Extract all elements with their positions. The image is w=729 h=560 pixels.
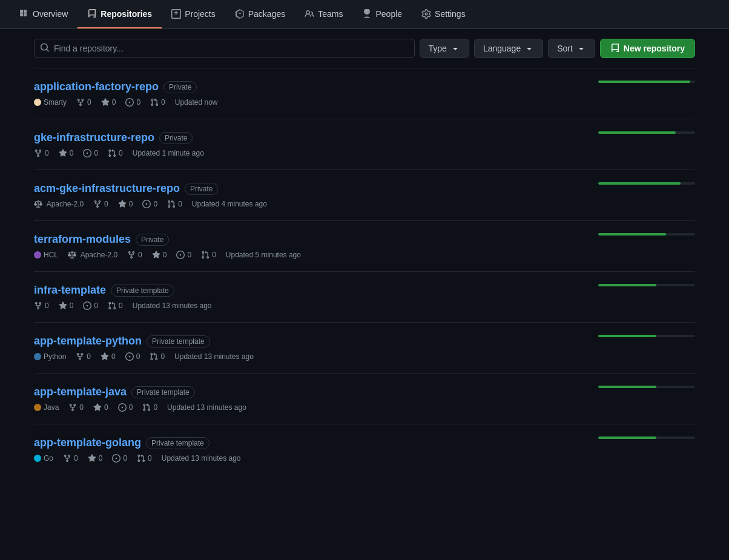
repo-name[interactable]: terraform-modules bbox=[34, 233, 131, 246]
repo-stars: 0 bbox=[118, 200, 133, 208]
repo-stars: 0 bbox=[88, 454, 103, 463]
activity-fill bbox=[598, 131, 676, 134]
repo-left: gke-infrastructure-repoPrivate0000Update… bbox=[34, 131, 584, 157]
repo-forks: 0 bbox=[76, 98, 91, 107]
repo-updated: Updated now bbox=[175, 98, 218, 107]
repo-name[interactable]: gke-infrastructure-repo bbox=[34, 131, 154, 144]
repo-prs: 0 bbox=[150, 98, 165, 107]
repo-right bbox=[584, 335, 695, 337]
repo-language: HCL bbox=[34, 251, 58, 259]
repo-name[interactable]: infra-template bbox=[34, 284, 106, 297]
repo-language: Go bbox=[34, 454, 53, 463]
activity-bar bbox=[598, 182, 695, 185]
repo-language: Smarty bbox=[34, 98, 67, 107]
repo-name[interactable]: acm-gke-infrastructure-repo bbox=[34, 182, 180, 195]
repo-issues: 0 bbox=[176, 251, 191, 259]
repo-issues: 0 bbox=[142, 200, 157, 208]
repo-language: Python bbox=[34, 352, 66, 361]
repo-license: Apache-2.0 bbox=[34, 200, 84, 208]
language-dot bbox=[34, 353, 41, 360]
activity-fill bbox=[598, 182, 681, 185]
repo-forks: 0 bbox=[34, 301, 49, 310]
search-input[interactable] bbox=[34, 39, 415, 58]
repo-left: acm-gke-infrastructure-repoPrivate Apach… bbox=[34, 182, 584, 208]
repo-badge: Private template bbox=[131, 386, 195, 398]
repo-name[interactable]: app-template-golang bbox=[34, 436, 141, 449]
repo-prs: 0 bbox=[108, 149, 123, 157]
repo-prs: 0 bbox=[137, 454, 152, 463]
repo-issues: 0 bbox=[125, 98, 140, 107]
repo-name[interactable]: app-template-java bbox=[34, 386, 127, 398]
activity-fill bbox=[598, 335, 656, 337]
repo-issues: 0 bbox=[112, 454, 127, 463]
nav-settings[interactable]: Settings bbox=[412, 0, 475, 28]
repo-badge: Private bbox=[136, 234, 169, 246]
repo-left: infra-templatePrivate template0000Update… bbox=[34, 284, 584, 310]
repo-stars: 0 bbox=[152, 251, 167, 259]
toolbar: Type Language Sort New repository bbox=[19, 29, 710, 68]
sort-button[interactable]: Sort bbox=[548, 39, 595, 58]
repo-right bbox=[584, 436, 695, 439]
nav-overview[interactable]: Overview bbox=[10, 0, 78, 28]
repo-item: app-template-golangPrivate templateGo000… bbox=[34, 424, 695, 475]
repo-updated: Updated 13 minutes ago bbox=[174, 352, 254, 361]
language-dot bbox=[34, 251, 41, 259]
repo-right bbox=[584, 233, 695, 236]
repo-stars: 0 bbox=[101, 98, 116, 107]
nav-projects[interactable]: Projects bbox=[162, 0, 225, 28]
top-nav: Overview Repositories Projects Packages … bbox=[0, 0, 729, 29]
repo-prs: 0 bbox=[201, 251, 216, 259]
repo-item: infra-templatePrivate template0000Update… bbox=[34, 271, 695, 322]
repo-item: app-template-pythonPrivate templatePytho… bbox=[34, 322, 695, 373]
search-icon bbox=[40, 43, 50, 54]
language-dot bbox=[34, 99, 41, 106]
repo-stars: 0 bbox=[59, 149, 74, 157]
repo-updated: Updated 13 minutes ago bbox=[162, 454, 241, 463]
nav-people[interactable]: People bbox=[352, 0, 412, 28]
repo-updated: Updated 13 minutes ago bbox=[167, 403, 246, 412]
repo-badge: Private bbox=[185, 183, 218, 195]
repo-forks: 0 bbox=[68, 403, 84, 412]
language-button[interactable]: Language bbox=[474, 39, 543, 58]
repo-forks: 0 bbox=[34, 149, 49, 157]
repo-left: app-template-javaPrivate templateJava000… bbox=[34, 386, 584, 412]
repo-name[interactable]: app-template-python bbox=[34, 335, 142, 348]
repo-right bbox=[584, 182, 695, 185]
repo-issues: 0 bbox=[83, 301, 98, 310]
repo-item: acm-gke-infrastructure-repoPrivate Apach… bbox=[34, 170, 695, 220]
repo-prs: 0 bbox=[108, 301, 123, 310]
nav-packages[interactable]: Packages bbox=[225, 0, 295, 28]
repo-left: terraform-modulesPrivateHCL Apache-2.000… bbox=[34, 233, 584, 259]
repo-left: app-template-pythonPrivate templatePytho… bbox=[34, 335, 584, 361]
type-button[interactable]: Type bbox=[420, 39, 469, 58]
repo-right bbox=[584, 81, 695, 83]
repo-issues: 0 bbox=[118, 403, 133, 412]
activity-bar bbox=[598, 81, 695, 83]
new-repo-button[interactable]: New repository bbox=[600, 39, 695, 58]
nav-teams[interactable]: Teams bbox=[295, 0, 352, 28]
activity-bar bbox=[598, 233, 695, 236]
nav-repositories[interactable]: Repositories bbox=[78, 0, 162, 28]
activity-bar bbox=[598, 131, 695, 134]
repo-updated: Updated 5 minutes ago bbox=[226, 251, 301, 259]
repo-list: application-factory-repoPrivateSmarty000… bbox=[19, 68, 710, 475]
repo-item: app-template-javaPrivate templateJava000… bbox=[34, 373, 695, 424]
repo-item: application-factory-repoPrivateSmarty000… bbox=[34, 68, 695, 119]
repo-item: gke-infrastructure-repoPrivate0000Update… bbox=[34, 119, 695, 170]
repo-updated: Updated 13 minutes ago bbox=[133, 301, 212, 310]
repo-item: terraform-modulesPrivateHCL Apache-2.000… bbox=[34, 220, 695, 271]
repo-left: app-template-golangPrivate templateGo000… bbox=[34, 436, 584, 463]
repo-badge: Private template bbox=[111, 285, 174, 297]
repo-license: Apache-2.0 bbox=[68, 251, 117, 259]
repo-right bbox=[584, 386, 695, 388]
repo-stars: 0 bbox=[101, 352, 116, 361]
repo-updated: Updated 4 minutes ago bbox=[192, 200, 267, 208]
repo-badge: Private bbox=[159, 132, 193, 144]
repo-prs: 0 bbox=[142, 403, 157, 412]
search-wrapper bbox=[34, 39, 415, 58]
activity-fill bbox=[598, 233, 666, 236]
repo-name[interactable]: application-factory-repo bbox=[34, 81, 159, 93]
repo-left: application-factory-repoPrivateSmarty000… bbox=[34, 81, 584, 107]
repo-forks: 0 bbox=[93, 200, 108, 208]
activity-fill bbox=[598, 81, 690, 83]
